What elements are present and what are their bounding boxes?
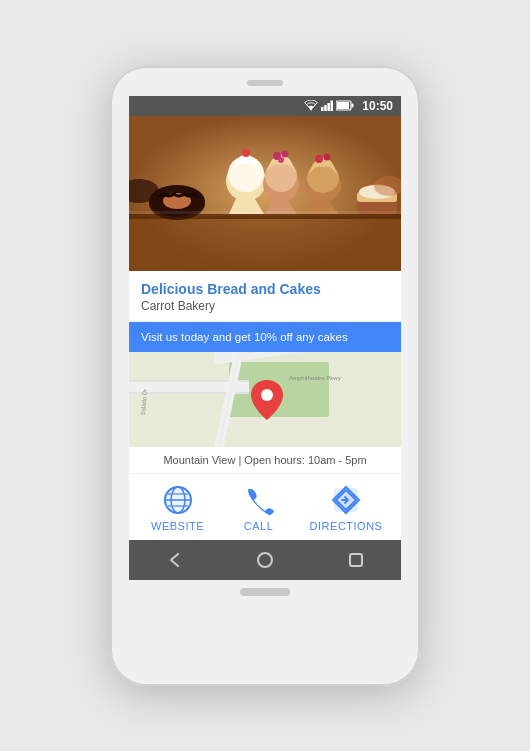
bottom-nav — [129, 540, 401, 580]
signal-icon — [321, 100, 333, 111]
promo-banner[interactable]: Visit us today and get 10% off any cakes — [129, 322, 401, 352]
svg-point-46 — [261, 389, 273, 401]
svg-point-18 — [242, 149, 250, 157]
status-bar: 10:50 — [129, 96, 401, 116]
globe-icon — [162, 484, 194, 516]
business-info: Delicious Bread and Cakes Carrot Bakery — [129, 271, 401, 322]
map-area[interactable]: Salado Dr Amphitheatre Pkwy — [129, 352, 401, 447]
phone-speaker — [247, 80, 283, 86]
svg-point-22 — [282, 150, 289, 157]
phone-home-button[interactable] — [240, 588, 290, 596]
home-icon — [256, 551, 274, 569]
svg-rect-55 — [350, 554, 362, 566]
map-svg: Salado Dr Amphitheatre Pkwy — [129, 352, 401, 447]
svg-rect-34 — [129, 211, 401, 214]
svg-rect-2 — [324, 105, 327, 111]
svg-point-54 — [258, 553, 272, 567]
content-area: Delicious Bread and Cakes Carrot Bakery … — [129, 271, 401, 540]
directions-button[interactable]: DIRECTIONS — [310, 484, 383, 532]
svg-text:Amphitheatre Pkwy: Amphitheatre Pkwy — [289, 375, 341, 381]
svg-point-27 — [324, 153, 331, 160]
call-button[interactable]: CALL — [229, 484, 289, 532]
wifi-icon — [304, 100, 318, 111]
svg-point-26 — [315, 155, 323, 163]
status-time: 10:50 — [362, 99, 393, 113]
svg-rect-7 — [352, 104, 354, 108]
svg-point-0 — [310, 109, 312, 111]
svg-rect-6 — [337, 102, 349, 109]
phone-icon — [243, 484, 275, 516]
business-subtitle: Carrot Bakery — [141, 299, 389, 313]
phone-screen: 10:50 — [129, 96, 401, 580]
directions-icon — [330, 484, 362, 516]
svg-rect-1 — [321, 107, 324, 111]
svg-point-23 — [278, 157, 284, 163]
phone-device: 10:50 — [110, 66, 420, 686]
bakery-illustration — [129, 116, 401, 271]
recent-button[interactable] — [338, 542, 374, 578]
back-icon — [165, 551, 183, 569]
back-button[interactable] — [156, 542, 192, 578]
website-button[interactable]: WEBSITE — [148, 484, 208, 532]
status-icons — [304, 100, 354, 111]
recent-icon — [347, 551, 365, 569]
svg-rect-4 — [331, 101, 334, 112]
svg-rect-10 — [129, 216, 401, 271]
svg-rect-3 — [328, 103, 331, 111]
hero-image — [129, 116, 401, 271]
action-buttons: WEBSITE CALL — [129, 474, 401, 538]
svg-point-52 — [165, 487, 191, 513]
home-button[interactable] — [247, 542, 283, 578]
business-name: Delicious Bread and Cakes — [141, 281, 389, 297]
battery-icon — [336, 100, 354, 111]
info-row: Mountain View | Open hours: 10am - 5pm — [129, 447, 401, 474]
directions-label: DIRECTIONS — [310, 520, 383, 532]
website-label: WEBSITE — [151, 520, 204, 532]
call-label: CALL — [244, 520, 274, 532]
